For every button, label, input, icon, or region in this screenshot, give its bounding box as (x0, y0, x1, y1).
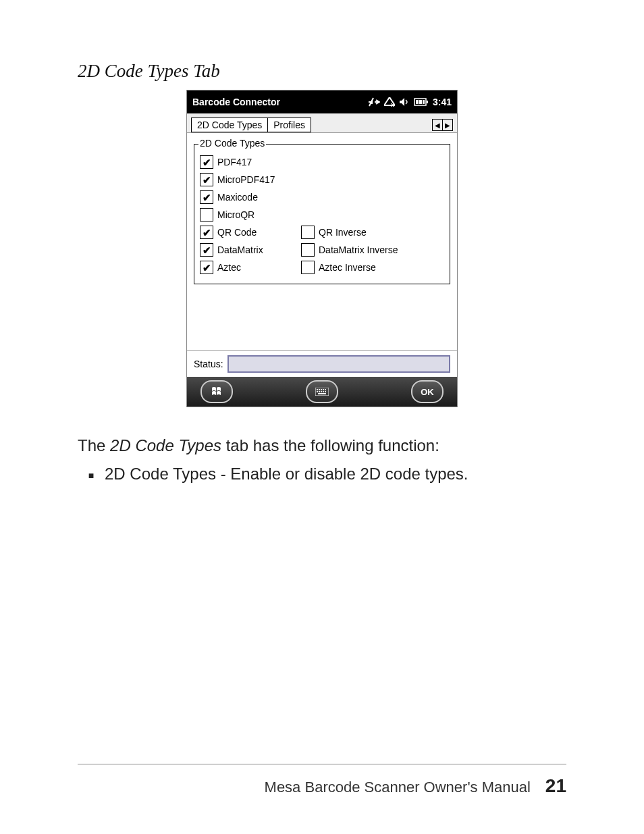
checkbox-label: Aztec (217, 262, 241, 273)
checkbox-aztec[interactable] (200, 261, 213, 274)
svg-rect-9 (321, 389, 322, 390)
intro-italic: 2D Code Types (110, 436, 221, 454)
status-bar: Status: (187, 350, 457, 377)
checkbox-label: Maxicode (217, 192, 258, 203)
svg-rect-4 (423, 100, 425, 104)
device-screenshot: Barcode Connector x 3:41 2D Code Types P… (186, 90, 458, 407)
checkbox-micropdf417[interactable] (200, 173, 213, 186)
battery-icon (414, 98, 429, 106)
checkbox-pdf417[interactable] (200, 155, 213, 169)
window-title: Barcode Connector (192, 97, 368, 107)
intro-suffix: tab has the following function: (221, 436, 439, 454)
checkbox-label: QR Inverse (319, 227, 367, 238)
checkbox-aztec-inverse[interactable] (301, 261, 315, 274)
svg-rect-14 (321, 391, 322, 392)
checkbox-maxicode[interactable] (200, 190, 213, 204)
checkbox-label: DataMatrix (217, 244, 263, 255)
svg-rect-17 (318, 393, 326, 394)
checkbox-label: DataMatrix Inverse (319, 244, 398, 255)
tab-scroll-buttons[interactable]: ◀ ▶ (432, 119, 453, 131)
svg-rect-10 (323, 389, 324, 390)
speaker-icon (399, 97, 410, 107)
windows-icon (211, 386, 223, 398)
keyboard-icon (315, 388, 329, 396)
connection-icon (368, 97, 380, 107)
checkbox-qr-inverse[interactable] (301, 226, 315, 239)
checkbox-qrcode[interactable] (200, 226, 213, 239)
tab-profiles[interactable]: Profiles (267, 118, 311, 132)
bottom-toolbar: OK (187, 377, 457, 407)
svg-rect-11 (325, 389, 326, 390)
keyboard-button[interactable] (306, 380, 338, 403)
bullet-icon: ■ (78, 463, 105, 483)
signal-icon: x (384, 97, 395, 107)
checkbox-datamatrix[interactable] (200, 243, 213, 257)
bullet-list: ■ 2D Code Types - Enable or disable 2D c… (78, 463, 566, 486)
checkbox-label: MicroQR (217, 209, 254, 220)
svg-rect-13 (319, 391, 320, 392)
svg-rect-8 (319, 389, 320, 390)
svg-rect-12 (317, 391, 318, 392)
page-number: 21 (545, 775, 566, 797)
status-icons-group: x 3:41 (368, 97, 452, 107)
groupbox-2d-code-types: 2D Code Types PDF417 MicroPDF417 (194, 144, 450, 284)
tab-scroll-right-icon[interactable]: ▶ (443, 120, 452, 130)
manual-title: Mesa Barcode Scanner Owner's Manual (265, 779, 531, 796)
list-item: ■ 2D Code Types - Enable or disable 2D c… (78, 463, 566, 486)
tab-scroll-left-icon[interactable]: ◀ (433, 120, 443, 130)
intro-text: The (78, 436, 110, 454)
status-label: Status: (194, 359, 223, 369)
checkbox-label: QR Code (217, 227, 257, 238)
svg-rect-15 (323, 391, 324, 392)
tab-strip: 2D Code Types Profiles ◀ ▶ (187, 113, 457, 133)
checkbox-datamatrix-inverse[interactable] (301, 243, 315, 257)
clock-time: 3:41 (433, 97, 452, 107)
svg-rect-16 (325, 391, 326, 392)
bullet-text: 2D Code Types - Enable or disable 2D cod… (105, 463, 468, 486)
checkbox-microqr[interactable] (200, 208, 213, 221)
page-footer: Mesa Barcode Scanner Owner's Manual 21 (78, 764, 566, 797)
window-titlebar: Barcode Connector x 3:41 (187, 90, 457, 113)
start-button[interactable] (200, 380, 233, 403)
checkbox-label: MicroPDF417 (217, 174, 275, 185)
description-text: The 2D Code Types tab has the following … (78, 434, 566, 485)
groupbox-label: 2D Code Types (198, 138, 266, 149)
ok-button[interactable]: OK (411, 380, 444, 403)
section-title: 2D Code Types Tab (78, 61, 566, 82)
status-field (227, 355, 450, 373)
svg-rect-3 (419, 100, 422, 104)
tab-content: 2D Code Types PDF417 MicroPDF417 (187, 133, 457, 350)
svg-rect-5 (427, 101, 428, 103)
tab-2d-code-types[interactable]: 2D Code Types (191, 118, 268, 132)
svg-rect-2 (416, 100, 419, 104)
svg-text:x: x (391, 101, 394, 107)
checkbox-label: PDF417 (217, 157, 252, 167)
checkbox-label: Aztec Inverse (319, 262, 376, 273)
svg-rect-7 (317, 389, 318, 390)
